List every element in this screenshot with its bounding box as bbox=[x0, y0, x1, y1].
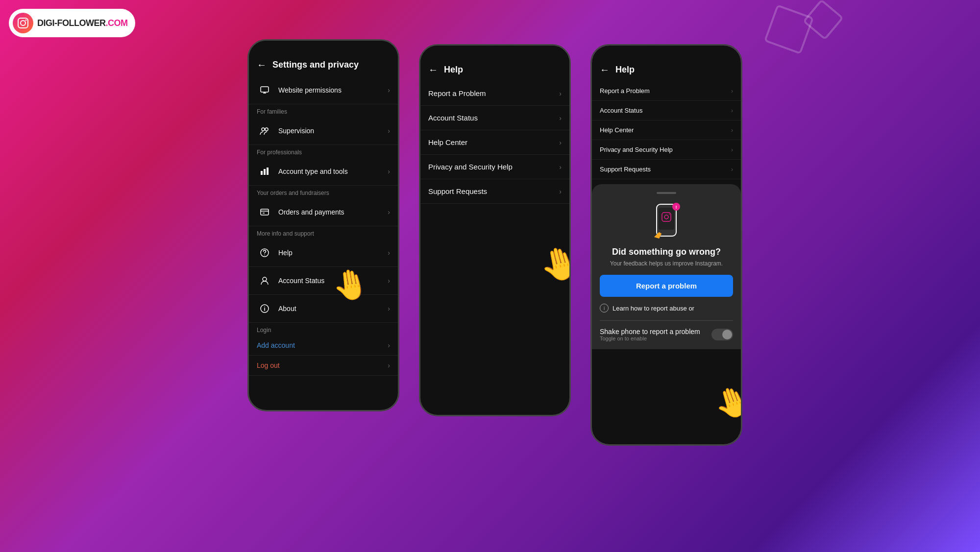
phone-1-screen: ← Settings and privacy Website permissio… bbox=[249, 41, 398, 376]
phone-3: ← Help Report a Problem › Account Status… bbox=[590, 44, 742, 446]
shake-title: Shake phone to report a problem bbox=[600, 328, 711, 336]
phone-2-header: ← Help bbox=[420, 60, 569, 81]
chevron-right-icon: › bbox=[388, 86, 390, 94]
report-problem-button[interactable]: Report a problem bbox=[600, 275, 733, 297]
settings-item-orders[interactable]: Orders and payments › bbox=[249, 198, 398, 226]
chevron-right-support: › bbox=[559, 188, 562, 195]
settings-item-about[interactable]: About › bbox=[249, 295, 398, 323]
settings-item-website-permissions[interactable]: Website permissions › bbox=[249, 76, 398, 104]
phone-2-screen: ← Help Report a Problem › Account Status… bbox=[420, 46, 569, 204]
section-label-orders: Your orders and fundraisers bbox=[249, 186, 398, 198]
section-label-families: For families bbox=[249, 104, 398, 117]
back-arrow-1[interactable]: ← bbox=[257, 59, 267, 71]
help-icon bbox=[257, 245, 272, 261]
sheet-subtitle: Your feedback helps us improve Instagram… bbox=[600, 260, 733, 267]
help-item-sm-report[interactable]: Report a Problem › bbox=[592, 81, 741, 101]
logo: DIGI-FOLLOWER.COM bbox=[9, 9, 135, 37]
settings-item-logout[interactable]: Log out › bbox=[249, 356, 398, 376]
shake-text-wrapper: Shake phone to report a problem Toggle o… bbox=[600, 328, 711, 341]
info-circle-icon: i bbox=[600, 304, 609, 312]
chevron-right-acct-status-p2: › bbox=[559, 114, 562, 122]
svg-rect-3 bbox=[261, 87, 269, 92]
toggle-dot bbox=[722, 330, 732, 339]
phone-1-title: Settings and privacy bbox=[272, 60, 359, 70]
settings-item-add-account[interactable]: Add account › bbox=[249, 336, 398, 356]
help-item-sm-privacy[interactable]: Privacy and Security Help › bbox=[592, 140, 741, 160]
account-type-label: Account type and tools bbox=[278, 168, 388, 175]
help-item-report-problem[interactable]: Report a Problem › bbox=[420, 81, 569, 106]
chevron-right-supervision: › bbox=[388, 127, 390, 135]
phones-container: ← Settings and privacy Website permissio… bbox=[0, 0, 980, 446]
sheet-title: Did something go wrong? bbox=[600, 247, 733, 257]
account-status-label-p1: Account Status bbox=[278, 277, 388, 285]
chevron-right-sm-help: › bbox=[731, 127, 733, 134]
shake-sub: Toggle on to enable bbox=[600, 336, 711, 341]
phone-report-svg: ! bbox=[649, 202, 684, 241]
svg-point-2 bbox=[25, 20, 27, 21]
settings-item-account-type[interactable]: Account type and tools › bbox=[249, 158, 398, 186]
chevron-right-sm-support: › bbox=[731, 166, 733, 173]
svg-point-16 bbox=[263, 277, 267, 281]
chevron-right-logout: › bbox=[388, 361, 390, 369]
help-center-label-p2: Help Center bbox=[428, 138, 559, 146]
website-permissions-label: Website permissions bbox=[278, 86, 388, 94]
report-problem-label-p2: Report a Problem bbox=[428, 89, 559, 97]
phone-1: ← Settings and privacy Website permissio… bbox=[247, 39, 399, 411]
help-item-account-status[interactable]: Account Status › bbox=[420, 106, 569, 130]
about-label: About bbox=[278, 305, 388, 312]
info-icon bbox=[257, 301, 272, 316]
svg-point-24 bbox=[669, 214, 670, 215]
help-item-support-requests[interactable]: Support Requests › bbox=[420, 179, 569, 204]
learn-row: i Learn how to report abuse or bbox=[600, 304, 733, 312]
phone-3-header: ← Help bbox=[592, 60, 741, 81]
chevron-right-sm-privacy: › bbox=[731, 146, 733, 153]
report-problem-label-p3: Report a Problem bbox=[600, 87, 731, 95]
back-arrow-2[interactable]: ← bbox=[428, 64, 438, 75]
help-center-label-p3: Help Center bbox=[600, 126, 731, 134]
account-status-label-p3: Account Status bbox=[600, 107, 731, 114]
help-item-sm-help-center[interactable]: Help Center › bbox=[592, 120, 741, 140]
chevron-right-sm-report: › bbox=[731, 88, 733, 95]
section-label-login: Login bbox=[249, 323, 398, 336]
sheet-handle bbox=[657, 192, 676, 194]
help-item-sm-acct-status[interactable]: Account Status › bbox=[592, 101, 741, 120]
back-arrow-3[interactable]: ← bbox=[600, 64, 610, 75]
chevron-right-about: › bbox=[388, 305, 390, 312]
shake-row: Shake phone to report a problem Toggle o… bbox=[600, 320, 733, 341]
orders-icon bbox=[257, 204, 272, 220]
section-label-professionals: For professionals bbox=[249, 145, 398, 158]
privacy-security-label-p2: Privacy and Security Help bbox=[428, 163, 559, 171]
svg-rect-11 bbox=[261, 209, 269, 215]
chevron-right-privacy: › bbox=[559, 163, 562, 171]
svg-rect-8 bbox=[261, 171, 263, 175]
svg-point-6 bbox=[262, 128, 265, 131]
section-label-support: More info and support bbox=[249, 226, 398, 239]
help-item-help-center[interactable]: Help Center › bbox=[420, 130, 569, 155]
phone-3-title: Help bbox=[615, 65, 635, 75]
phone-3-screen: ← Help Report a Problem › Account Status… bbox=[592, 46, 741, 444]
logo-domain: .COM bbox=[105, 18, 127, 28]
phone-2-title: Help bbox=[444, 65, 463, 75]
settings-item-account-status[interactable]: Account Status › bbox=[249, 267, 398, 295]
chevron-right-sm-acct: › bbox=[731, 107, 733, 114]
report-icon-wrapper: ! bbox=[600, 202, 733, 241]
supervision-label: Supervision bbox=[278, 127, 388, 135]
help-label: Help bbox=[278, 249, 388, 257]
privacy-label-p3: Privacy and Security Help bbox=[600, 146, 731, 153]
learn-text: Learn how to report abuse or bbox=[612, 305, 694, 312]
svg-text:!: ! bbox=[676, 205, 677, 210]
svg-point-1 bbox=[21, 21, 25, 25]
shake-toggle[interactable] bbox=[711, 329, 733, 340]
help-item-privacy-security[interactable]: Privacy and Security Help › bbox=[420, 155, 569, 179]
settings-item-supervision[interactable]: Supervision › bbox=[249, 117, 398, 145]
support-label-p3: Support Requests bbox=[600, 166, 731, 173]
chevron-right-add-acct: › bbox=[388, 341, 390, 349]
person-icon bbox=[257, 273, 272, 288]
chevron-right-help: › bbox=[388, 249, 390, 257]
svg-point-7 bbox=[265, 128, 268, 131]
help-item-sm-support[interactable]: Support Requests › bbox=[592, 160, 741, 179]
support-requests-label-p2: Support Requests bbox=[428, 187, 559, 195]
settings-item-help[interactable]: Help › bbox=[249, 239, 398, 267]
account-status-label-p2: Account Status bbox=[428, 114, 559, 122]
svg-rect-9 bbox=[264, 169, 266, 175]
